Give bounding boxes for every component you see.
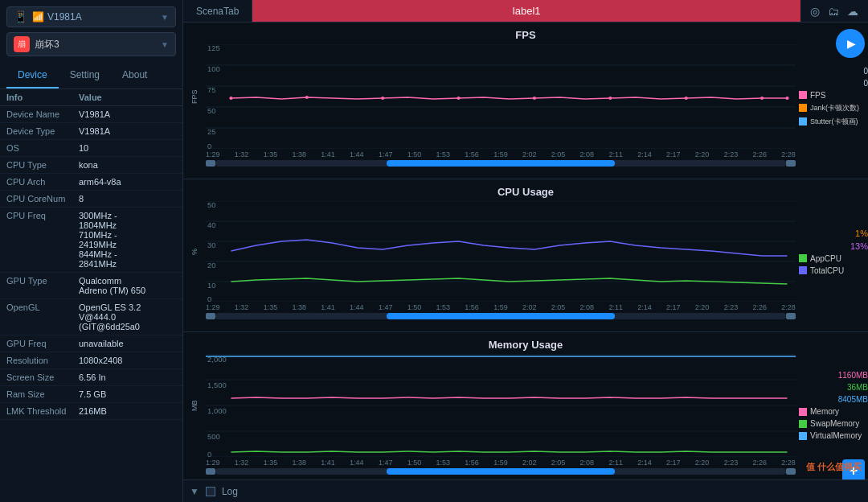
cpu-scrollbar-thumb[interactable]: [387, 313, 615, 319]
x-tick: 1:44: [350, 150, 364, 158]
fps-value: 0: [799, 67, 868, 76]
fps-scrollbar[interactable]: [183, 160, 868, 167]
memory-legend-swap: SwapMemory: [799, 419, 868, 428]
device-selector-label: V1981A: [47, 11, 161, 23]
virtual-dot: [799, 432, 807, 440]
x-tick: 1:59: [493, 459, 508, 467]
fps-scrollbar-thumb[interactable]: [387, 160, 615, 167]
svg-point-15: [457, 97, 460, 100]
memory-chart-canvas: 2,000 1,500 1,000 500 0: [206, 354, 796, 457]
table-row: CPU CoreNum8: [0, 191, 182, 208]
fps-y-axis-label: FPS: [183, 44, 206, 149]
top-icons: ◎ 🗂 ☁: [800, 5, 868, 18]
svg-text:0: 0: [207, 295, 211, 302]
row-key: CPU Type: [6, 160, 79, 170]
x-tick: 1:35: [264, 303, 278, 311]
row-value: OpenGL ES 3.2 V@444.0 (GIT@6dd25a0: [79, 302, 176, 331]
x-tick: 1:59: [493, 150, 508, 158]
cpu-scrollbar[interactable]: [183, 313, 868, 319]
svg-point-12: [229, 97, 232, 100]
x-tick: 1:38: [292, 150, 306, 158]
memory-y-axis-label: MB: [183, 354, 206, 457]
fps-legend-fps: FPS: [799, 91, 868, 100]
col1-header: Info: [6, 93, 79, 102]
totalcpu-dot: [799, 266, 807, 274]
x-tick: 2:11: [608, 303, 623, 311]
x-tick: 1:29: [206, 303, 220, 311]
play-button[interactable]: [836, 29, 865, 58]
chevron-down-icon: ▼: [161, 40, 169, 49]
svg-text:20: 20: [207, 261, 216, 270]
x-tick: 2:11: [608, 459, 623, 467]
right-panel: ScenaTab label1 ◎ 🗂 ☁ FPS FPS: [183, 0, 868, 502]
svg-point-16: [533, 97, 536, 100]
scene-tab[interactable]: ScenaTab: [183, 0, 252, 22]
cloud-icon[interactable]: ☁: [847, 5, 858, 18]
x-tick: 1:41: [321, 150, 335, 158]
fps-scrollbar-track[interactable]: [215, 160, 786, 167]
svg-point-14: [381, 97, 384, 100]
row-value: V1981A: [79, 109, 176, 119]
x-tick: 1:38: [292, 459, 306, 467]
memory-legend-label: Memory: [810, 407, 839, 416]
app-icon: 崩: [14, 36, 30, 52]
svg-text:1,000: 1,000: [207, 407, 227, 415]
swap-dot: [799, 420, 807, 428]
info-table: Device NameV1981ADevice TypeV1981AOS10CP…: [0, 106, 182, 502]
cpu-chart-canvas: 50 40 30 20 10 0: [206, 201, 796, 302]
tab-about[interactable]: About: [111, 63, 158, 88]
totalcpu-legend-label: TotalCPU: [810, 266, 844, 275]
memory-scrollbar-track[interactable]: [215, 468, 786, 475]
tab-device[interactable]: Device: [6, 63, 59, 88]
row-key: GPU Type: [6, 276, 79, 286]
memory-scrollbar-thumb[interactable]: [387, 468, 615, 475]
device-icon: 📱: [14, 10, 27, 23]
row-value: 300MHz - 1804MHz 710MHz - 2419MHz 844MHz…: [79, 211, 176, 269]
x-tick: 1:47: [379, 150, 393, 158]
svg-text:40: 40: [207, 221, 216, 229]
device-selector[interactable]: 📱 📶 V1981A ▼: [6, 6, 176, 27]
row-key: CPU Arch: [6, 177, 79, 187]
cpu-chart-section: CPU Usage % 50 40 30 20 10: [183, 179, 868, 332]
tab-setting[interactable]: Setting: [59, 63, 111, 88]
row-key: CPU CoreNum: [6, 194, 79, 204]
memory-chart-title: Memory Usage: [183, 339, 868, 351]
swap-value: 36MB: [799, 383, 868, 392]
x-tick: 2:17: [666, 150, 681, 158]
memory-x-axis: 1:291:321:351:381:411:441:471:501:531:56…: [183, 459, 868, 467]
log-checkbox[interactable]: [206, 487, 215, 496]
location-icon[interactable]: ◎: [810, 5, 820, 18]
x-tick: 1:38: [292, 303, 306, 311]
app-selector[interactable]: 崩 崩坏3 ▼: [6, 32, 176, 56]
table-row: Ram Size7.5 GB: [0, 386, 182, 403]
virtual-value: 8405MB: [799, 395, 868, 404]
cpu-scrollbar-track[interactable]: [215, 313, 786, 319]
x-tick: 2:05: [551, 150, 566, 158]
row-value: unavailable: [79, 339, 176, 348]
svg-point-19: [760, 97, 764, 100]
row-value: 1080x2408: [79, 356, 176, 365]
x-tick: 2:20: [695, 150, 710, 158]
x-tick: 2:26: [752, 303, 767, 311]
svg-text:30: 30: [207, 241, 216, 249]
app-cpu-value: 1%: [799, 228, 868, 238]
x-tick: 2:14: [637, 303, 652, 311]
x-tick: 1:29: [206, 459, 220, 467]
tabs-row: Device Setting About: [0, 63, 182, 89]
fps-legend-stutter: Stutter(卡顿画): [799, 117, 868, 127]
x-tick: 1:29: [206, 150, 220, 158]
x-tick: 2:26: [752, 150, 767, 158]
folder-icon[interactable]: 🗂: [828, 5, 839, 18]
x-tick: 2:14: [637, 459, 652, 467]
fps-legend-label: FPS: [810, 91, 825, 100]
memory-scrollbar[interactable]: [183, 468, 868, 475]
table-row: GPU TypeQualcomm Adreno (TM) 650: [0, 273, 182, 299]
row-key: Screen Size: [6, 372, 79, 382]
x-tick: 2:05: [551, 459, 566, 467]
virtual-legend-label: VirtualMemory: [810, 431, 862, 440]
svg-text:500: 500: [207, 433, 220, 441]
log-arrow-icon[interactable]: ▼: [190, 486, 199, 497]
x-tick: 1:47: [379, 459, 393, 467]
x-tick: 2:08: [580, 150, 595, 158]
total-cpu-value: 13%: [799, 241, 868, 251]
